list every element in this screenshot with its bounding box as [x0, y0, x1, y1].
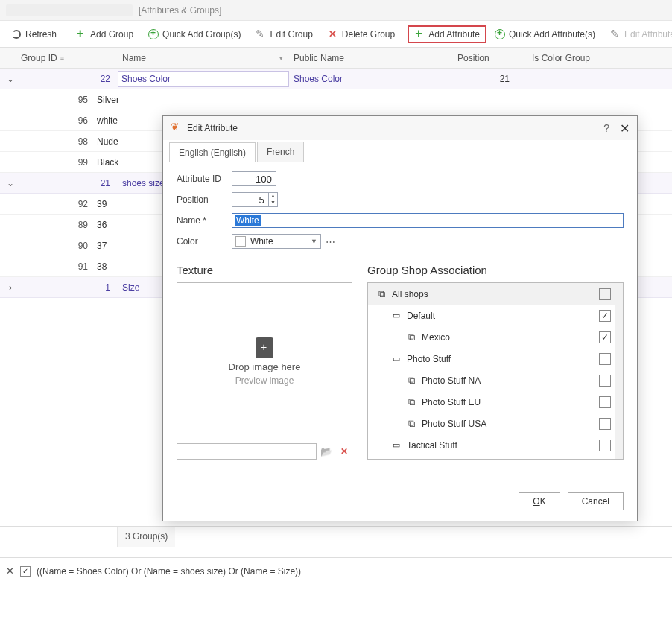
close-button[interactable]: ✕: [620, 121, 630, 136]
chevron-down-icon: ▼: [311, 238, 317, 245]
shop-group-icon: [405, 418, 417, 430]
group-id: 1: [21, 282, 118, 293]
app-name-redacted: [6, 4, 133, 16]
color-label: Color: [177, 236, 232, 247]
shop-name: All shops: [392, 289, 595, 299]
quick-add-attribute-button[interactable]: Quick Add Attribute(s): [488, 25, 602, 43]
edit-attribute-label: Edit Attribute: [624, 29, 672, 39]
shop-row[interactable]: Photo Stuff EU: [368, 391, 623, 413]
delete-group-button[interactable]: Delete Group: [321, 25, 402, 43]
help-button[interactable]: ?: [603, 122, 609, 134]
add-group-label: Add Group: [90, 29, 133, 39]
add-attribute-label: Add Attribute: [428, 29, 480, 39]
name-input[interactable]: White: [232, 213, 624, 228]
cancel-button[interactable]: Cancel: [568, 492, 624, 510]
clear-texture-button[interactable]: [336, 443, 352, 460]
shop-checkbox[interactable]: [599, 288, 611, 300]
expand-toggle[interactable]: ›: [0, 282, 21, 293]
shop-name: Default: [407, 311, 595, 321]
shop-row[interactable]: Mexico: [368, 326, 623, 348]
color-swatch: [235, 236, 246, 247]
refresh-button[interactable]: Refresh: [4, 25, 63, 43]
shop-checkbox[interactable]: [599, 440, 611, 451]
attribute-name: Nude: [95, 136, 118, 147]
attribute-id: 98: [21, 136, 95, 147]
group-row[interactable]: ⌄22Shoes ColorShoes Color21: [0, 69, 672, 89]
shop-row[interactable]: Photo Stuff USA: [368, 413, 623, 434]
shop-icon: [390, 353, 402, 365]
shop-row[interactable]: Tactical Stuff: [368, 434, 623, 456]
attribute-id-label: Attribute ID: [177, 174, 232, 184]
attribute-row[interactable]: 95Silver: [0, 89, 672, 110]
quick-add-attribute-label: Quick Add Attribute(s): [509, 29, 595, 39]
tab-english[interactable]: English (English): [169, 142, 256, 162]
expand-toggle[interactable]: ⌄: [0, 178, 21, 188]
add-group-button[interactable]: Add Group: [69, 25, 140, 43]
quick-add-group-label: Quick Add Group(s): [162, 29, 241, 39]
shop-checkbox[interactable]: [599, 310, 611, 322]
drop-label: Drop image here: [229, 361, 301, 372]
clear-filter-button[interactable]: ✕: [6, 565, 14, 577]
shop-row[interactable]: Default: [368, 305, 623, 326]
color-combobox[interactable]: White ▼: [232, 234, 321, 249]
shop-checkbox[interactable]: [599, 375, 611, 387]
status-row: 3 Group(s): [0, 526, 672, 547]
folder-icon: [320, 446, 332, 457]
ok-button[interactable]: OK: [519, 492, 560, 510]
expand-toggle[interactable]: ⌄: [0, 74, 21, 84]
group-name[interactable]: Shoes Color: [118, 71, 289, 87]
edit-attribute-dialog: Edit Attribute ? ✕ English (English) Fre…: [162, 115, 638, 521]
pencil-icon: [610, 29, 621, 39]
quick-add-group-button[interactable]: Quick Add Group(s): [142, 25, 247, 43]
browse-button[interactable]: [318, 443, 335, 460]
language-tabs: English (English) French: [163, 142, 637, 162]
shop-checkbox[interactable]: [599, 418, 611, 430]
edit-group-button[interactable]: Edit Group: [249, 25, 319, 43]
texture-path-input[interactable]: [177, 443, 317, 460]
attribute-id: 99: [21, 157, 95, 168]
group-id: 21: [21, 178, 118, 188]
shop-name: Photo Stuff NA: [422, 375, 595, 386]
attribute-id: 91: [21, 261, 95, 272]
col-position[interactable]: Position: [457, 53, 517, 63]
shop-section: Group Shop Association All shopsDefaultM…: [367, 264, 624, 460]
shop-title: Group Shop Association: [367, 264, 624, 276]
sort-icon: ▾: [279, 54, 283, 62]
filter-expression: ((Name = Shoes Color) Or (Name = shoes s…: [37, 566, 301, 577]
add-attribute-button[interactable]: Add Attribute: [408, 25, 486, 43]
shop-icon: [390, 310, 402, 322]
name-selected-text: White: [235, 215, 261, 226]
attribute-name: Black: [95, 157, 118, 168]
shop-checkbox[interactable]: [599, 396, 611, 408]
shop-checkbox[interactable]: [599, 353, 611, 365]
shop-row[interactable]: Photo Stuff: [368, 348, 623, 369]
dialog-buttons: OK Cancel: [519, 492, 624, 510]
col-is-color-group[interactable]: Is Color Group: [517, 53, 672, 63]
scrollbar[interactable]: [615, 283, 623, 459]
delete-group-label: Delete Group: [342, 29, 395, 39]
position-label: Position: [177, 194, 232, 205]
shop-checkbox[interactable]: [599, 331, 611, 343]
plus-icon: [414, 29, 425, 39]
attribute-id: 95: [21, 95, 95, 105]
shop-row[interactable]: All shops: [368, 283, 623, 305]
shop-name: Photo Stuff USA: [422, 419, 595, 429]
position-input[interactable]: [232, 192, 269, 207]
spin-down-icon[interactable]: ▼: [269, 200, 277, 206]
dialog-title: Edit Attribute: [187, 123, 603, 133]
tab-french[interactable]: French: [257, 142, 304, 162]
shop-name: Tactical Stuff: [407, 440, 595, 451]
shop-row[interactable]: Photo Stuff NA: [368, 369, 623, 391]
filter-enabled-checkbox[interactable]: ✓: [20, 566, 31, 577]
attribute-id: 90: [21, 241, 95, 251]
col-group-id[interactable]: Group ID≡: [21, 53, 118, 63]
col-name[interactable]: Name▾: [118, 53, 289, 63]
color-picker-button[interactable]: ⋯: [326, 236, 335, 247]
col-public-name[interactable]: Public Name: [289, 53, 457, 63]
texture-dropzone[interactable]: Drop image here Preview image: [177, 282, 352, 440]
position-spinner[interactable]: ▲▼: [269, 192, 278, 207]
attribute-id-input[interactable]: [232, 171, 276, 186]
pencil-icon: [256, 29, 266, 39]
color-value: White: [250, 236, 273, 247]
spin-up-icon[interactable]: ▲: [269, 193, 277, 200]
